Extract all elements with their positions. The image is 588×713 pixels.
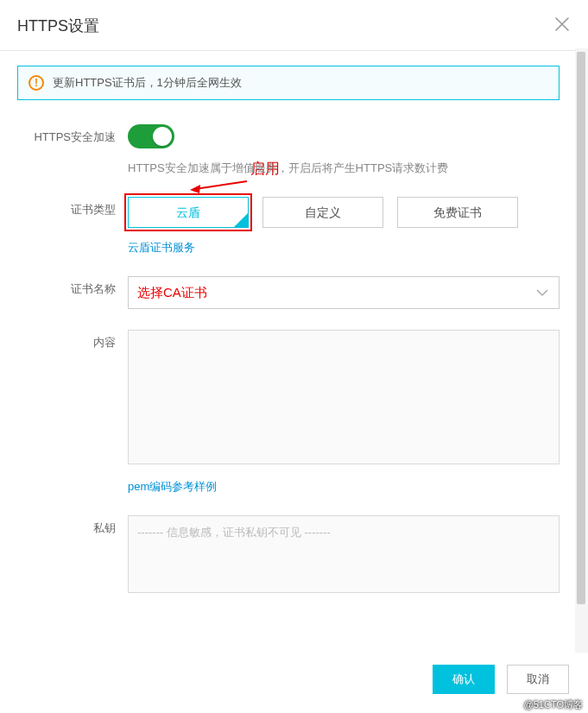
row-cert-type: 证书类型 云盾 自定义 免费证书 云盾证书服务 (17, 197, 560, 256)
label-content: 内容 (17, 330, 128, 495)
cert-type-custom-label: 自定义 (305, 205, 341, 219)
close-icon[interactable] (553, 16, 571, 36)
row-cert-name: 证书名称 选择CA证书 (17, 276, 560, 309)
selected-corner-icon (233, 212, 249, 228)
confirm-button[interactable]: 确认 (433, 665, 495, 694)
label-cert-type: 证书类型 (17, 197, 128, 256)
cert-name-placeholder: 选择CA证书 (137, 285, 207, 301)
https-settings-dialog: HTTPS设置 ! 更新HTTPS证书后，1分钟后全网生效 启用 HTTPS安全… (0, 0, 588, 713)
info-alert: ! 更新HTTPS证书后，1分钟后全网生效 (17, 66, 560, 100)
yundun-cert-service-link[interactable]: 云盾证书服务 (128, 240, 195, 256)
dialog-header: HTTPS设置 (0, 0, 588, 51)
label-cert-name: 证书名称 (17, 276, 128, 309)
cert-type-custom[interactable]: 自定义 (262, 197, 383, 228)
dialog-footer: 确认 取消 (0, 653, 588, 713)
cert-privkey-textarea[interactable] (128, 515, 560, 593)
cert-type-free-label: 免费证书 (433, 205, 482, 219)
row-privkey: 私钥 (17, 515, 560, 596)
https-accel-toggle[interactable] (128, 124, 174, 148)
dialog-body: ! 更新HTTPS证书后，1分钟后全网生效 启用 HTTPS安全加速 HTTPS… (0, 48, 575, 661)
dialog-title: HTTPS设置 (17, 16, 99, 36)
label-privkey: 私钥 (17, 515, 128, 596)
cancel-button[interactable]: 取消 (507, 665, 569, 694)
row-https-accel: HTTPS安全加速 HTTPS安全加速属于增值服务，开启后将产生HTTPS请求数… (17, 124, 560, 176)
annotation-arrow-icon (188, 178, 250, 193)
scrollbar-thumb[interactable] (577, 52, 585, 604)
label-https-accel: HTTPS安全加速 (17, 124, 128, 176)
https-accel-desc: HTTPS安全加速属于增值服务，开启后将产生HTTPS请求数计费 (128, 161, 560, 176)
cert-content-textarea[interactable] (128, 330, 560, 464)
row-content: 内容 pem编码参考样例 (17, 330, 560, 495)
alert-text: 更新HTTPS证书后，1分钟后全网生效 (53, 75, 242, 91)
cert-type-free[interactable]: 免费证书 (397, 197, 518, 228)
cert-name-select[interactable]: 选择CA证书 (128, 276, 560, 309)
toggle-knob (153, 127, 172, 146)
pem-sample-link[interactable]: pem编码参考样例 (128, 479, 217, 495)
chevron-down-icon (534, 285, 550, 300)
cert-type-yundun[interactable]: 云盾 (128, 197, 249, 228)
cert-type-yundun-label: 云盾 (176, 205, 200, 219)
scrollbar-track[interactable] (575, 48, 588, 661)
warning-icon: ! (28, 75, 44, 91)
